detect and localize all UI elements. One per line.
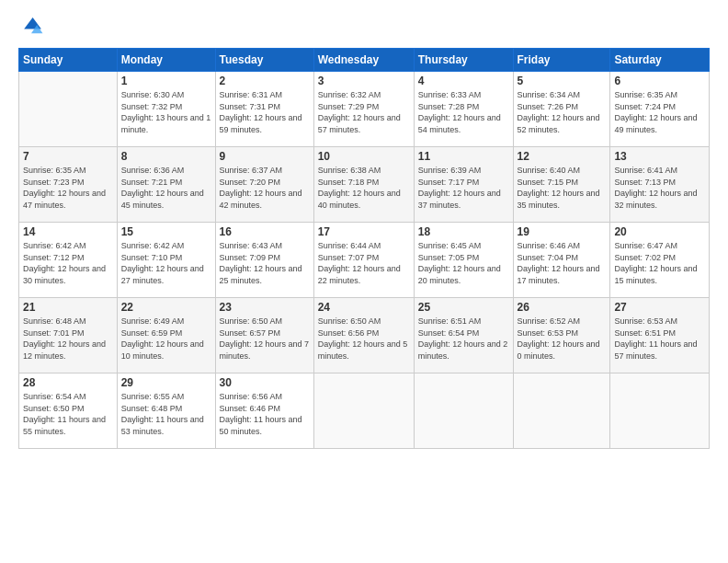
day-number: 22 [121,301,211,314]
day-header-sunday: Sunday [19,49,118,72]
day-cell [610,373,710,449]
day-number: 29 [121,376,211,389]
day-info: Sunrise: 6:49 AMSunset: 6:59 PMDaylight:… [121,316,211,362]
day-info: Sunrise: 6:40 AMSunset: 7:15 PMDaylight:… [518,165,607,211]
day-cell: 24Sunrise: 6:50 AMSunset: 6:56 PMDayligh… [313,298,414,373]
day-info: Sunrise: 6:35 AMSunset: 7:23 PMDaylight:… [23,165,113,211]
day-info: Sunrise: 6:44 AMSunset: 7:07 PMDaylight:… [318,240,410,286]
day-info: Sunrise: 6:31 AMSunset: 7:31 PMDaylight:… [220,89,310,135]
day-cell: 4Sunrise: 6:33 AMSunset: 7:28 PMDaylight… [414,72,513,147]
day-header-monday: Monday [117,49,215,72]
day-cell: 11Sunrise: 6:39 AMSunset: 7:17 PMDayligh… [414,147,513,223]
day-header-friday: Friday [513,49,610,72]
day-info: Sunrise: 6:56 AMSunset: 6:46 PMDaylight:… [220,391,310,437]
day-number: 12 [518,150,607,163]
day-cell: 22Sunrise: 6:49 AMSunset: 6:59 PMDayligh… [117,298,215,373]
day-cell: 17Sunrise: 6:44 AMSunset: 7:07 PMDayligh… [313,223,414,298]
day-cell [313,373,414,449]
calendar: SundayMondayTuesdayWednesdayThursdayFrid… [18,48,710,449]
day-cell: 12Sunrise: 6:40 AMSunset: 7:15 PMDayligh… [513,147,610,223]
day-info: Sunrise: 6:42 AMSunset: 7:12 PMDaylight:… [23,240,113,286]
day-info: Sunrise: 6:52 AMSunset: 6:53 PMDaylight:… [518,316,607,362]
day-cell: 15Sunrise: 6:42 AMSunset: 7:10 PMDayligh… [117,223,215,298]
day-number: 15 [121,225,211,238]
day-number: 16 [220,225,310,238]
day-cell: 25Sunrise: 6:51 AMSunset: 6:54 PMDayligh… [414,298,513,373]
day-cell: 19Sunrise: 6:46 AMSunset: 7:04 PMDayligh… [513,223,610,298]
day-cell: 6Sunrise: 6:35 AMSunset: 7:24 PMDaylight… [610,72,710,147]
logo-icon [18,15,44,40]
day-cell: 3Sunrise: 6:32 AMSunset: 7:29 PMDaylight… [313,72,414,147]
day-cell: 13Sunrise: 6:41 AMSunset: 7:13 PMDayligh… [610,147,710,223]
day-info: Sunrise: 6:54 AMSunset: 6:50 PMDaylight:… [23,391,113,437]
day-number: 5 [518,75,607,87]
day-info: Sunrise: 6:39 AMSunset: 7:17 PMDaylight:… [418,165,509,211]
day-number: 4 [418,75,509,87]
day-info: Sunrise: 6:36 AMSunset: 7:21 PMDaylight:… [121,165,211,211]
day-number: 20 [614,225,705,238]
day-info: Sunrise: 6:50 AMSunset: 6:57 PMDaylight:… [220,316,310,362]
day-info: Sunrise: 6:48 AMSunset: 7:01 PMDaylight:… [23,316,113,362]
day-cell: 10Sunrise: 6:38 AMSunset: 7:18 PMDayligh… [313,147,414,223]
day-cell: 2Sunrise: 6:31 AMSunset: 7:31 PMDaylight… [215,72,313,147]
day-info: Sunrise: 6:37 AMSunset: 7:20 PMDaylight:… [220,165,310,211]
page: SundayMondayTuesdayWednesdayThursdayFrid… [0,0,728,563]
header-row: SundayMondayTuesdayWednesdayThursdayFrid… [19,49,710,72]
day-number: 9 [220,150,310,163]
day-cell: 1Sunrise: 6:30 AMSunset: 7:32 PMDaylight… [117,72,215,147]
day-number: 19 [518,225,607,238]
day-info: Sunrise: 6:35 AMSunset: 7:24 PMDaylight:… [614,89,705,135]
day-cell: 26Sunrise: 6:52 AMSunset: 6:53 PMDayligh… [513,298,610,373]
day-number: 30 [220,376,310,389]
day-number: 1 [121,75,211,87]
day-info: Sunrise: 6:55 AMSunset: 6:48 PMDaylight:… [121,391,211,437]
day-number: 10 [318,150,410,163]
week-row: 28Sunrise: 6:54 AMSunset: 6:50 PMDayligh… [19,373,710,449]
day-info: Sunrise: 6:53 AMSunset: 6:51 PMDaylight:… [614,316,705,362]
day-number: 21 [23,301,113,314]
day-cell: 18Sunrise: 6:45 AMSunset: 7:05 PMDayligh… [414,223,513,298]
day-cell: 21Sunrise: 6:48 AMSunset: 7:01 PMDayligh… [19,298,118,373]
day-header-wednesday: Wednesday [313,49,414,72]
day-header-thursday: Thursday [414,49,513,72]
day-cell [513,373,610,449]
day-number: 25 [418,301,509,314]
day-info: Sunrise: 6:30 AMSunset: 7:32 PMDaylight:… [121,89,211,135]
day-number: 23 [220,301,310,314]
day-cell: 29Sunrise: 6:55 AMSunset: 6:48 PMDayligh… [117,373,215,449]
header [18,15,710,40]
day-cell: 30Sunrise: 6:56 AMSunset: 6:46 PMDayligh… [215,373,313,449]
day-cell: 27Sunrise: 6:53 AMSunset: 6:51 PMDayligh… [610,298,710,373]
day-number: 17 [318,225,410,238]
day-info: Sunrise: 6:41 AMSunset: 7:13 PMDaylight:… [614,165,705,211]
day-cell: 23Sunrise: 6:50 AMSunset: 6:57 PMDayligh… [215,298,313,373]
day-info: Sunrise: 6:42 AMSunset: 7:10 PMDaylight:… [121,240,211,286]
week-row: 21Sunrise: 6:48 AMSunset: 7:01 PMDayligh… [19,298,710,373]
week-row: 1Sunrise: 6:30 AMSunset: 7:32 PMDaylight… [19,72,710,147]
day-info: Sunrise: 6:47 AMSunset: 7:02 PMDaylight:… [614,240,705,286]
day-number: 2 [220,75,310,87]
day-cell [19,72,118,147]
day-number: 18 [418,225,509,238]
week-row: 14Sunrise: 6:42 AMSunset: 7:12 PMDayligh… [19,223,710,298]
day-info: Sunrise: 6:45 AMSunset: 7:05 PMDaylight:… [418,240,509,286]
day-number: 3 [318,75,410,87]
day-info: Sunrise: 6:34 AMSunset: 7:26 PMDaylight:… [518,89,607,135]
day-info: Sunrise: 6:32 AMSunset: 7:29 PMDaylight:… [318,89,410,135]
logo [18,15,48,40]
day-cell: 16Sunrise: 6:43 AMSunset: 7:09 PMDayligh… [215,223,313,298]
day-info: Sunrise: 6:50 AMSunset: 6:56 PMDaylight:… [318,316,410,362]
day-number: 6 [614,75,705,87]
day-number: 14 [23,225,113,238]
day-info: Sunrise: 6:43 AMSunset: 7:09 PMDaylight:… [220,240,310,286]
day-cell: 5Sunrise: 6:34 AMSunset: 7:26 PMDaylight… [513,72,610,147]
day-number: 8 [121,150,211,163]
svg-marker-0 [24,17,41,29]
day-header-tuesday: Tuesday [215,49,313,72]
day-cell: 7Sunrise: 6:35 AMSunset: 7:23 PMDaylight… [19,147,118,223]
day-number: 13 [614,150,705,163]
day-number: 11 [418,150,509,163]
day-cell: 20Sunrise: 6:47 AMSunset: 7:02 PMDayligh… [610,223,710,298]
day-cell [414,373,513,449]
day-header-saturday: Saturday [610,49,710,72]
